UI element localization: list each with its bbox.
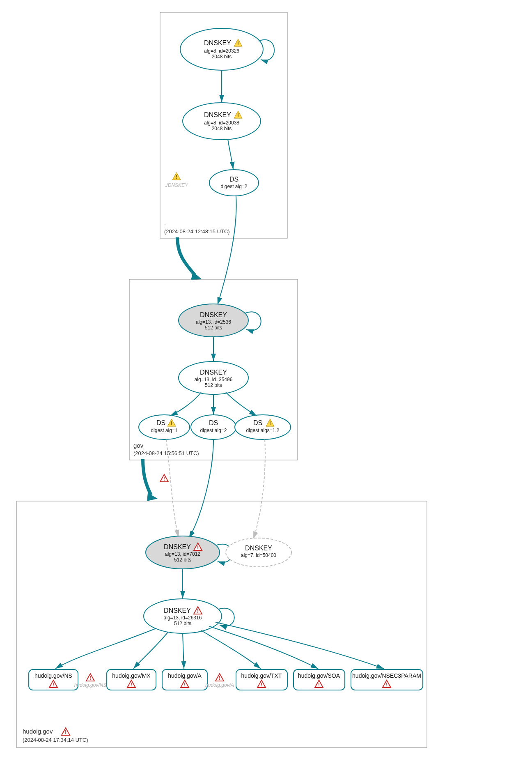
node-root-ksk: DNSKEY alg=8, id=20326 2048 bits (180, 28, 263, 70)
record-mx: hudoig.gov/MX (107, 669, 156, 690)
svg-text:DNSKEY: DNSKEY (164, 607, 191, 614)
node-hudoig-ksk: DNSKEY alg=13, id=7012 512 bits (146, 536, 220, 569)
svg-text:2048 bits: 2048 bits (212, 126, 232, 131)
record-txt: hudoig.gov/TXT (236, 669, 287, 690)
node-gov-ds3: DS digest algs=1,2 (235, 415, 291, 439)
ghost-ns: hudoig.gov/NS (74, 674, 107, 688)
svg-text:DS: DS (229, 176, 238, 183)
node-root-ghost: ./DNSKEY (165, 173, 188, 188)
svg-text:alg=8, id=20038: alg=8, id=20038 (204, 120, 239, 126)
error-icon (62, 728, 70, 735)
node-hudoig-ghost-key: DNSKEY alg=7, id=50400 (226, 538, 291, 567)
zone-gov-time: (2024-08-24 15:56:51 UTC) (133, 450, 199, 456)
edge-rr-soa (209, 626, 318, 669)
record-nsec3param: hudoig.gov/NSEC3PARAM (351, 669, 423, 690)
edge-ds3-hudghost (253, 439, 265, 539)
record-ns: hudoig.gov/NS (29, 669, 78, 690)
zone-hudoig-box (16, 501, 427, 748)
edge-rr-mx (133, 632, 168, 669)
record-row: hudoig.gov/NS hudoig.gov/NS hudoig.gov/M… (29, 669, 423, 690)
svg-text:digest algs=1,2: digest algs=1,2 (246, 428, 279, 433)
warning-icon (172, 173, 181, 180)
svg-text:512 bits: 512 bits (174, 621, 191, 626)
svg-text:512 bits: 512 bits (174, 557, 191, 563)
svg-text:alg=13, id=2536: alg=13, id=2536 (196, 319, 231, 325)
svg-text:./DNSKEY: ./DNSKEY (165, 182, 188, 188)
record-soa: hudoig.gov/SOA (294, 669, 345, 690)
svg-text:alg=8, id=20326: alg=8, id=20326 (204, 48, 239, 54)
edge-root-ds-gov-ksk (218, 196, 236, 305)
svg-text:alg=7, id=50400: alg=7, id=50400 (241, 552, 276, 558)
svg-text:DS: DS (253, 419, 262, 426)
node-gov-ds1: DS digest alg=1 (139, 415, 190, 439)
node-root-ds: DS digest alg=2 (209, 170, 259, 196)
node-root-zsk: DNSKEY alg=8, id=20038 2048 bits (183, 103, 261, 140)
svg-text:hudoig.gov/A: hudoig.gov/A (168, 672, 202, 679)
zone-hudoig-label: hudoig.gov (23, 728, 53, 735)
edge-gov-zsk-ds3 (226, 392, 257, 416)
svg-text:2048 bits: 2048 bits (212, 54, 232, 60)
svg-text:hudoig.gov/TXT: hudoig.gov/TXT (241, 672, 282, 679)
svg-text:512 bits: 512 bits (205, 325, 222, 331)
svg-text:DNSKEY: DNSKEY (204, 39, 231, 46)
svg-text:DS: DS (209, 419, 218, 426)
svg-point-12 (209, 170, 259, 196)
svg-text:DS: DS (156, 419, 165, 426)
svg-text:hudoig.gov/MX: hudoig.gov/MX (112, 672, 151, 679)
edge-rr-a (183, 633, 184, 669)
node-gov-zsk: DNSKEY alg=13, id=35496 512 bits (179, 361, 248, 394)
svg-text:DNSKEY: DNSKEY (204, 111, 231, 118)
edge-root-zsk-ds (228, 139, 233, 169)
edge-rr-nsec3 (216, 622, 384, 669)
svg-text:hudoig.gov/NSEC3PARAM: hudoig.gov/NSEC3PARAM (352, 672, 421, 679)
record-a: hudoig.gov/A (162, 669, 207, 690)
svg-text:digest alg=1: digest alg=1 (151, 428, 177, 433)
svg-point-29 (235, 415, 291, 439)
svg-text:alg=13, id=7012: alg=13, id=7012 (165, 551, 200, 557)
svg-point-23 (139, 415, 190, 439)
ghost-a: hudoig.gov/A (205, 674, 234, 688)
svg-text:digest alg=2: digest alg=2 (220, 184, 247, 189)
svg-text:DNSKEY: DNSKEY (164, 543, 191, 550)
node-gov-ds2: DS digest alg=2 (191, 415, 236, 439)
zone-root-time: (2024-08-24 12:48:15 UTC) (164, 228, 230, 235)
svg-point-26 (191, 415, 236, 439)
svg-text:digest alg=2: digest alg=2 (200, 428, 227, 433)
zone-hudoig-time: (2024-08-24 17:34:14 UTC) (23, 737, 88, 743)
error-icon (216, 674, 224, 681)
svg-text:hudoig.gov/A: hudoig.gov/A (205, 682, 234, 688)
node-hudoig-zsk: DNSKEY alg=13, id=26316 512 bits (144, 599, 222, 633)
zone-root-label: . (164, 219, 166, 226)
zone-gov-label: gov (133, 442, 144, 449)
error-icon (86, 674, 94, 681)
edge-gov-zsk-ds1 (170, 392, 201, 416)
svg-text:hudoig.gov/NS: hudoig.gov/NS (74, 682, 107, 688)
edge-rr-txt (201, 630, 261, 669)
svg-text:512 bits: 512 bits (205, 382, 222, 388)
svg-text:hudoig.gov/NS: hudoig.gov/NS (34, 672, 72, 679)
edge-gov-to-hudoig (143, 459, 151, 495)
svg-text:alg=13, id=35496: alg=13, id=35496 (195, 377, 233, 382)
edge-root-to-gov (177, 237, 195, 275)
node-gov-ksk: DNSKEY alg=13, id=2536 512 bits (179, 304, 248, 337)
edge-rr-ns (55, 628, 156, 669)
svg-text:DNSKEY: DNSKEY (245, 545, 272, 552)
dnssec-diagram: ! ! . (2024-08-24 12:48:15 UTC) DNSKEY a… (0, 0, 532, 773)
svg-text:alg=13, id=26316: alg=13, id=26316 (164, 615, 202, 621)
svg-text:hudoig.gov/SOA: hudoig.gov/SOA (298, 672, 340, 679)
svg-text:DNSKEY: DNSKEY (200, 369, 227, 376)
error-icon (160, 474, 168, 482)
svg-text:DNSKEY: DNSKEY (200, 311, 227, 318)
